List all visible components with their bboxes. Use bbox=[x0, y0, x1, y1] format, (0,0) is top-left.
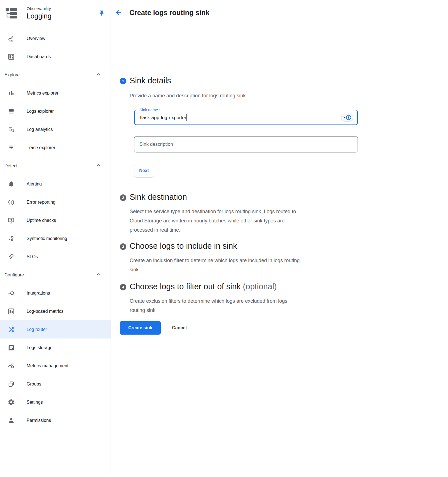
synthetic-monitoring-icon bbox=[7, 234, 16, 243]
step-connector bbox=[123, 252, 123, 282]
sidebar-section-detect[interactable]: Detect bbox=[0, 157, 111, 175]
sidebar-item-groups[interactable]: Groups bbox=[0, 375, 111, 393]
person-icon bbox=[7, 416, 16, 425]
sidebar-item-label: Synthetic monitoring bbox=[27, 236, 67, 241]
back-button[interactable] bbox=[115, 9, 122, 17]
form-actions: Create sink Cancel bbox=[120, 321, 187, 335]
onepassword-icon bbox=[346, 115, 351, 120]
sidebar-item-label: Error reporting bbox=[27, 200, 55, 205]
logs-storage-icon bbox=[7, 343, 16, 352]
sidebar-item-log-analytics[interactable]: Log analytics bbox=[0, 120, 111, 138]
uptime-monitor-icon bbox=[7, 216, 16, 225]
sidebar-item-trace-explorer[interactable]: Trace explorer bbox=[0, 138, 111, 157]
step-1-description: Provide a name and description for logs … bbox=[130, 91, 365, 100]
text-caret bbox=[186, 114, 187, 121]
page-header: Create logs routing sink bbox=[111, 0, 448, 25]
sidebar-item-synthetic-monitoring[interactable]: Synthetic monitoring bbox=[0, 229, 111, 248]
sidebar-section-explore[interactable]: Explore bbox=[0, 66, 111, 84]
step-connector bbox=[123, 203, 123, 241]
back-arrow-icon bbox=[115, 13, 122, 17]
sidebar-item-label: Settings bbox=[27, 400, 43, 405]
step-4-description: Create exclusion filters to determine wh… bbox=[130, 297, 365, 315]
sidebar-item-dashboards[interactable]: Dashboards bbox=[0, 48, 111, 66]
onepassword-autofill-button[interactable]: › bbox=[341, 114, 353, 121]
step-3-description: Create an inclusion filter to determine … bbox=[130, 256, 365, 274]
pin-button[interactable] bbox=[99, 10, 105, 17]
sidebar-item-permissions[interactable]: Permissions bbox=[0, 411, 111, 429]
sidebar-item-logs-storage[interactable]: Logs storage bbox=[0, 339, 111, 357]
step-4-indicator: 4 bbox=[120, 284, 126, 290]
chevron-up-icon bbox=[96, 272, 101, 278]
step-3-title[interactable]: Choose logs to include in sink bbox=[130, 241, 237, 251]
sidebar-item-logs-explorer[interactable]: Logs explorer bbox=[0, 102, 111, 120]
step-3-indicator: 3 bbox=[120, 243, 126, 250]
section-label: Detect bbox=[4, 163, 17, 168]
sidebar-item-label: Groups bbox=[27, 382, 41, 387]
sidebar-item-alerting[interactable]: Alerting bbox=[0, 175, 111, 193]
sidebar-item-label: Log router bbox=[27, 327, 47, 332]
section-label: Configure bbox=[4, 272, 24, 278]
step-2-title[interactable]: Sink destination bbox=[130, 192, 187, 202]
sink-description-input[interactable] bbox=[134, 136, 358, 152]
sidebar-item-label: Logs storage bbox=[27, 345, 53, 350]
main-panel: Create logs routing sink 1 Sink details … bbox=[111, 0, 448, 477]
bar-chart-icon bbox=[7, 89, 16, 98]
dashboards-icon bbox=[7, 52, 16, 61]
trace-bars-icon bbox=[7, 143, 16, 152]
sidebar-item-label: Integrations bbox=[27, 291, 50, 296]
sidebar-item-error-reporting[interactable]: Error reporting bbox=[0, 193, 111, 211]
logging-logo-icon bbox=[6, 7, 18, 20]
bell-icon bbox=[7, 180, 16, 189]
overview-chart-icon bbox=[7, 34, 16, 43]
app-title: Logging bbox=[27, 11, 52, 20]
sidebar-item-metrics-management[interactable]: Metrics management bbox=[0, 357, 111, 375]
sidebar-item-slos[interactable]: SLOs bbox=[0, 248, 111, 266]
sidebar-item-uptime-checks[interactable]: Uptime checks bbox=[0, 211, 111, 229]
sidebar-item-label: Log analytics bbox=[27, 127, 53, 132]
step-2-indicator: 2 bbox=[120, 194, 126, 201]
sidebar-header: Observability Logging bbox=[0, 0, 111, 24]
sink-name-field[interactable]: Sink name * flask-app-log-exporter › bbox=[134, 110, 358, 125]
sidebar-item-integrations[interactable]: Integrations bbox=[0, 284, 111, 302]
sidebar-item-overview[interactable]: Overview bbox=[0, 29, 111, 48]
sidebar-item-label: Metrics management bbox=[27, 363, 68, 368]
sidebar-item-label: Uptime checks bbox=[27, 218, 56, 223]
cancel-button[interactable]: Cancel bbox=[172, 325, 186, 330]
sidebar-item-log-based-metrics[interactable]: Log-based metrics bbox=[0, 302, 111, 320]
list-lines-icon bbox=[7, 107, 16, 116]
sidebar-item-label: Permissions bbox=[27, 418, 51, 423]
log-based-metrics-icon bbox=[7, 307, 16, 316]
create-sink-button[interactable]: Create sink bbox=[120, 321, 161, 335]
slo-circles-icon bbox=[7, 252, 16, 261]
sidebar-item-label: Trace explorer bbox=[27, 145, 55, 150]
sidebar-item-metrics-explorer[interactable]: Metrics explorer bbox=[0, 84, 111, 102]
step-2-description: Select the service type and destination … bbox=[130, 207, 365, 235]
lines-magnifier-icon bbox=[7, 125, 16, 134]
sidebar-item-settings[interactable]: Settings bbox=[0, 393, 111, 411]
groups-copy-icon bbox=[7, 380, 16, 389]
metrics-management-icon bbox=[7, 361, 16, 370]
sidebar-item-label: Alerting bbox=[27, 182, 42, 187]
sidebar: Observability Logging Overview Dashboard… bbox=[0, 0, 111, 477]
sidebar-item-label: Overview bbox=[27, 36, 45, 41]
sink-name-label: Sink name * bbox=[138, 108, 162, 112]
sidebar-nav: Overview Dashboards Explore Metrics expl… bbox=[0, 29, 111, 429]
sidebar-section-configure[interactable]: Configure bbox=[0, 266, 111, 284]
step-4-title[interactable]: Choose logs to filter out of sink (optio… bbox=[130, 281, 277, 292]
chevron-up-icon bbox=[96, 163, 101, 168]
page-title: Create logs routing sink bbox=[129, 0, 209, 25]
optional-suffix: (optional) bbox=[243, 282, 277, 291]
sidebar-item-label: Logs explorer bbox=[27, 109, 54, 114]
pin-icon bbox=[99, 13, 105, 17]
step-1-title[interactable]: Sink details bbox=[130, 76, 171, 86]
next-button[interactable]: Next bbox=[134, 164, 154, 178]
sidebar-item-log-router[interactable]: Log router bbox=[0, 320, 111, 339]
sidebar-item-label: Log-based metrics bbox=[27, 309, 64, 314]
step-connector bbox=[123, 86, 123, 192]
gear-icon bbox=[7, 398, 16, 407]
sink-name-value: flask-app-log-exporter bbox=[140, 114, 187, 121]
shuffle-icon bbox=[7, 325, 16, 334]
chevron-right-icon: › bbox=[343, 115, 345, 119]
sidebar-item-label: Metrics explorer bbox=[27, 91, 59, 96]
error-reporting-icon bbox=[7, 198, 16, 207]
